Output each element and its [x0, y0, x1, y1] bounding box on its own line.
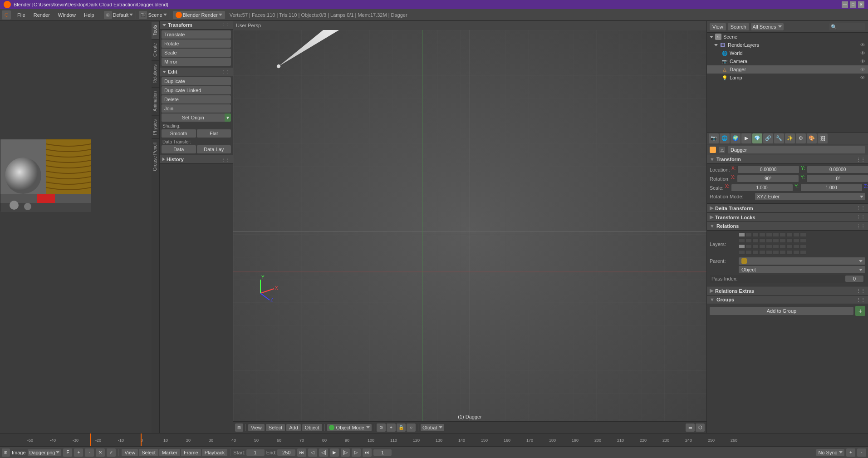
view-button[interactable]: View	[248, 424, 265, 431]
camera-eye-icon[interactable]: 👁	[860, 59, 865, 64]
parent-layer-cell-8[interactable]	[786, 244, 793, 249]
timeline-zoom-out[interactable]: -	[857, 448, 866, 457]
tab-tools[interactable]: Tools	[152, 21, 159, 39]
lamp-eye-icon[interactable]: 👁	[860, 75, 865, 80]
tab-grease-pencil[interactable]: Grease Pencil	[152, 138, 159, 175]
file-plus-btn[interactable]: +	[74, 448, 83, 457]
smooth-button[interactable]: Smooth	[162, 129, 196, 138]
outliner-scene[interactable]: S Scene	[707, 33, 868, 41]
render-engine-selector[interactable]: Blender Render	[173, 11, 225, 19]
props-object-icon[interactable]: ▶	[741, 133, 751, 143]
parent-layer-cell-3[interactable]	[752, 244, 759, 249]
tab-relations[interactable]: Relations	[152, 60, 159, 87]
engine-selector[interactable]: ⬡	[2, 10, 11, 20]
start-frame-input[interactable]	[246, 449, 265, 456]
duplicate-button[interactable]: Duplicate	[162, 77, 231, 85]
parent-layer-cell-15[interactable]	[766, 250, 772, 255]
rotation-mode-selector[interactable]: XYZ Euler	[755, 193, 865, 200]
file-minus-btn[interactable]: -	[85, 448, 94, 457]
renderlayers-eye-icon[interactable]: 👁	[860, 42, 865, 48]
prev-frame-btn[interactable]: ◁	[308, 448, 317, 457]
search-tab[interactable]: Search	[728, 23, 749, 30]
scale-y-input[interactable]	[800, 184, 863, 192]
parent-layer-cell-20[interactable]	[800, 250, 806, 255]
layer-cell-13[interactable]	[752, 238, 759, 243]
pass-index-input[interactable]	[845, 276, 863, 282]
location-y-input[interactable]	[807, 166, 868, 173]
layout-selector[interactable]: ⊞ Default	[104, 11, 133, 19]
menu-window[interactable]: Window	[54, 11, 79, 19]
groups-header[interactable]: ▼ Groups ⋮⋮	[707, 295, 868, 304]
parent-layer-cell-11[interactable]	[739, 250, 745, 255]
props-texture-icon[interactable]: 🖼	[818, 133, 828, 143]
set-origin-button[interactable]: Set Origin	[162, 113, 225, 122]
layer-cell-7[interactable]	[780, 232, 786, 237]
add-to-group-button[interactable]: Add to Group	[710, 307, 853, 315]
file-x-btn[interactable]: ✕	[96, 448, 105, 457]
layer-cell-20[interactable]	[800, 238, 806, 243]
next-frame-btn[interactable]: ▷	[352, 448, 361, 457]
menu-render[interactable]: Render	[30, 11, 54, 19]
layer-cell-1[interactable]	[739, 232, 745, 237]
mirror-button[interactable]: Mirror	[162, 58, 231, 66]
parent-layer-cell-9[interactable]	[793, 244, 799, 249]
timeline-playback-btn[interactable]: Playback	[202, 449, 228, 456]
viewport-type-btn[interactable]: ⊞	[235, 424, 243, 432]
parent-layer-cell-10[interactable]	[800, 244, 806, 249]
props-world-icon[interactable]: 🌍	[731, 133, 740, 143]
view-tab[interactable]: View	[710, 23, 726, 30]
object-button[interactable]: Object	[302, 424, 322, 431]
global-selector[interactable]: Global	[421, 424, 444, 431]
transform-props-header[interactable]: ▼ Transform ⋮⋮	[707, 155, 868, 164]
pivot-btn[interactable]: ⊙	[377, 424, 386, 432]
timeline-view-btn[interactable]: View	[122, 449, 138, 456]
next-keyframe-btn[interactable]: |▷	[341, 448, 350, 457]
parent-layer-cell-18[interactable]	[786, 250, 793, 255]
flat-button[interactable]: Flat	[197, 129, 231, 138]
orientation-btn[interactable]: +	[387, 424, 396, 432]
timeline-type-icon[interactable]: ⊞	[2, 448, 10, 457]
layer-cell-17[interactable]	[780, 238, 786, 243]
overlay-btn[interactable]: ☰	[686, 424, 695, 432]
viewport-type-selector[interactable]: 🎬 Scene	[139, 11, 167, 19]
tab-animation[interactable]: Animation	[152, 87, 159, 115]
parent-type-selector[interactable]: Object	[739, 266, 865, 273]
parent-layer-cell-6[interactable]	[773, 244, 779, 249]
outliner-renderlayers[interactable]: 🎞 RenderLayers 👁	[707, 41, 868, 49]
select-button[interactable]: Select	[266, 424, 285, 431]
play-btn[interactable]: ▶	[330, 448, 339, 457]
parent-selector[interactable]	[739, 257, 865, 265]
scenes-selector[interactable]: All Scenes	[751, 23, 784, 30]
end-frame-input[interactable]	[277, 449, 295, 456]
translate-button[interactable]: Translate	[162, 30, 231, 39]
scale-x-input[interactable]	[731, 184, 793, 192]
parent-layer-cell-4[interactable]	[759, 244, 765, 249]
current-frame-input[interactable]	[373, 449, 392, 456]
object-mode-selector[interactable]: Object Mode	[327, 424, 372, 431]
layer-cell-12[interactable]	[745, 238, 752, 243]
parent-layer-cell-7[interactable]	[780, 244, 786, 249]
duplicate-linked-button[interactable]: Duplicate Linked	[162, 86, 231, 94]
relations-header[interactable]: ▼ Relations ⋮⋮	[707, 222, 868, 231]
rotation-y-input[interactable]	[806, 175, 868, 182]
gizmo-btn[interactable]: ⬡	[696, 424, 705, 432]
props-modifier-icon[interactable]: 🔧	[774, 133, 784, 143]
layer-cell-6[interactable]	[773, 232, 779, 237]
parent-layer-cell-12[interactable]	[745, 250, 752, 255]
scale-button[interactable]: Scale	[162, 49, 231, 57]
timeline-frame-btn[interactable]: Frame	[181, 449, 201, 456]
layer-cell-16[interactable]	[773, 238, 779, 243]
prev-keyframe-btn[interactable]: ◁|	[319, 448, 328, 457]
transform-section-header[interactable]: Transform ⋮⋮	[160, 21, 233, 30]
props-material-icon[interactable]: 🎨	[807, 133, 817, 143]
rotate-button[interactable]: Rotate	[162, 39, 231, 48]
parent-layer-cell-5[interactable]	[766, 244, 772, 249]
layer-cell-18[interactable]	[786, 238, 793, 243]
add-to-group-plus-button[interactable]: +	[855, 306, 865, 316]
parent-layer-cell-1[interactable]	[739, 244, 745, 249]
layer-cell-4[interactable]	[759, 232, 765, 237]
file-check-btn[interactable]: ✓	[107, 448, 116, 457]
last-frame-btn[interactable]: ⏭	[363, 448, 372, 457]
join-button[interactable]: Join	[162, 104, 231, 113]
props-particles-icon[interactable]: ✨	[785, 133, 795, 143]
